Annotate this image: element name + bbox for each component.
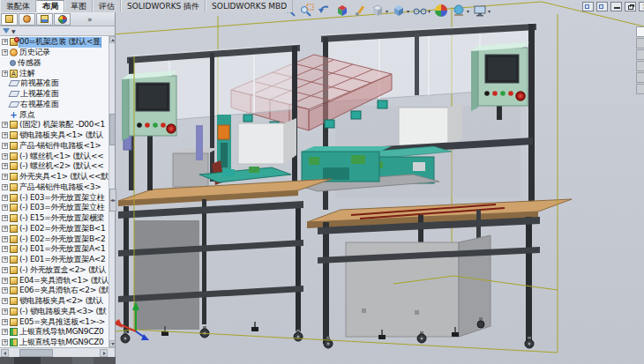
tab-display-manager[interactable]	[54, 13, 71, 26]
task-pane-tab-custom-properties[interactable]	[636, 84, 644, 94]
chevron-down-icon[interactable]: ▾	[467, 8, 469, 14]
edit-appearance-button[interactable]	[432, 2, 450, 19]
dynamic-annotation-views-button[interactable]	[351, 2, 369, 19]
tree-item[interactable]: +(-) 螺丝机<2> (默认<<	[0, 161, 115, 172]
pane-toggle-1-button[interactable]	[582, 2, 594, 11]
tab-overflow-chevron[interactable]: »	[87, 15, 93, 24]
tab-configuration-manager[interactable]	[36, 13, 53, 26]
hide-show-items-button[interactable]: ▾	[411, 2, 432, 19]
display-style-button[interactable]: ▾	[390, 2, 411, 19]
task-pane-tab-view-palette[interactable]	[636, 61, 644, 71]
task-pane-tab-design-library[interactable]	[636, 38, 644, 48]
tree-item[interactable]: +(-) E03=外壳放置架立柱	[0, 192, 115, 203]
task-pane-tab-appearances-scenes[interactable]	[636, 72, 644, 83]
tree-item[interactable]: +E04=夹具滑轨<1> (默认	[0, 275, 115, 286]
expand-toggle[interactable]: +	[2, 153, 8, 160]
ribbon-tab-评估[interactable]: 评估	[93, 0, 121, 12]
tree-item[interactable]: +上银直线导轨MGN9CZ0	[0, 338, 115, 347]
expand-toggle[interactable]: +	[2, 215, 8, 221]
expand-toggle[interactable]: +	[2, 143, 8, 149]
tree-item[interactable]: +(固定) 机架装配 -D00<1	[0, 120, 115, 130]
ribbon-tab-SOLIDWORKS 插件[interactable]: SOLIDWORKS 插件	[121, 0, 206, 12]
tree-item[interactable]: +锁电路板夹具<2> (默认	[0, 296, 115, 307]
tree-item[interactable]: +(-) 外壳放置盒<2> (默认	[0, 265, 115, 276]
tree-item[interactable]: +(-) E03=外壳放置架立柱	[0, 203, 115, 213]
tree-item[interactable]: +注解	[0, 68, 115, 78]
zoom-to-area-button[interactable]	[298, 2, 316, 19]
expand-toggle[interactable]: +	[2, 339, 8, 345]
chevron-down-icon[interactable]: ▾	[488, 8, 490, 14]
tree-item[interactable]: 原点	[0, 109, 115, 120]
tree-item[interactable]: +产品-锡铝件电路板<3>	[0, 182, 115, 193]
scroll-right-arrow[interactable]	[100, 349, 108, 357]
chevron-down-icon[interactable]: ▾	[428, 8, 431, 14]
tree-item[interactable]: +(-) E01=外壳放置架A<1	[0, 244, 115, 255]
ribbon-tab-草图[interactable]: 草图	[64, 0, 93, 12]
scroll-down-arrow[interactable]	[109, 340, 115, 347]
scrollbar-thumb[interactable]	[19, 349, 53, 357]
view-orientation-button[interactable]: ▾	[369, 2, 390, 19]
tree-item[interactable]: +上银直线导轨MGN9CZ0	[0, 327, 115, 338]
tree-item[interactable]: +(-) E02=外壳放置架B<2	[0, 234, 115, 244]
panel-flyout-handle[interactable]: ◂▸	[109, 189, 116, 212]
tree-item[interactable]: +(-) E15=外壳放置架横梁	[0, 213, 115, 224]
expand-toggle[interactable]: +	[2, 163, 8, 169]
expand-toggle[interactable]: +	[2, 246, 8, 252]
expand-toggle[interactable]: +	[2, 329, 8, 335]
tree-item[interactable]: 右视基准面	[0, 100, 115, 110]
tree-item[interactable]: +产品-锡铝件电路板<1>	[0, 141, 115, 152]
tree-filter-bar[interactable]: ▼	[0, 26, 115, 36]
tree-item[interactable]: +E05=夹具推送板<1>->	[0, 316, 115, 327]
expand-toggle[interactable]: +	[2, 122, 8, 128]
tree-item[interactable]: +外壳夹具<1> (默认<<默	[0, 172, 115, 182]
expand-toggle[interactable]: +	[2, 132, 8, 138]
expand-toggle[interactable]: +	[2, 195, 8, 201]
close-button[interactable]: ×	[639, 2, 644, 11]
pane-toggle-2-button[interactable]	[596, 2, 608, 11]
expand-toggle[interactable]: +	[2, 226, 8, 232]
scroll-left-arrow[interactable]	[1, 349, 9, 357]
minimize-button[interactable]	[610, 2, 622, 11]
ribbon-tab-SOLIDWORKS MBD[interactable]: SOLIDWORKS MBD	[206, 0, 293, 12]
tree-item[interactable]: +(-) 螺丝机<1> (默认<<	[0, 151, 115, 161]
tree-item[interactable]: 前视基准面	[0, 78, 115, 89]
chevron-down-icon[interactable]: ▾	[386, 8, 388, 14]
ribbon-tab-装配体[interactable]: 装配体	[0, 0, 36, 12]
previous-view-button[interactable]	[316, 2, 333, 19]
tree-item[interactable]: 上视基准面	[0, 89, 115, 100]
expand-toggle[interactable]: +	[2, 287, 8, 293]
tree-item[interactable]: +(-) 锁电路板夹具<3> (默	[0, 307, 115, 317]
tree-item[interactable]: +(-) E02=外壳放置架B<1	[0, 224, 115, 234]
chevron-down-icon[interactable]: ▾	[407, 8, 409, 14]
expand-toggle[interactable]: +	[2, 298, 8, 304]
expand-toggle[interactable]: +	[2, 267, 8, 273]
expand-toggle[interactable]: +	[2, 49, 8, 56]
expand-toggle[interactable]: +	[2, 174, 8, 180]
tree-item[interactable]: +E06=夹具滑轨右<2> (默	[0, 286, 115, 296]
tree-horizontal-scrollbar[interactable]	[0, 347, 115, 357]
expand-toggle[interactable]: +	[2, 236, 8, 242]
tree-item[interactable]: +(-) E01=外壳放置架A<2	[0, 255, 115, 265]
tree-item[interactable]: +00=机架总装 (默认<显	[0, 37, 115, 48]
task-pane-tab-file-explorer[interactable]	[636, 49, 644, 60]
expand-toggle[interactable]: +	[2, 71, 8, 77]
tree-item[interactable]: 传感器	[0, 58, 115, 69]
expand-toggle[interactable]: +	[2, 319, 8, 325]
expand-toggle[interactable]: +	[2, 256, 8, 263]
view-settings-button[interactable]: ▾	[471, 2, 492, 19]
section-view-button[interactable]	[333, 2, 351, 19]
apply-scene-button[interactable]: ▾	[450, 2, 471, 19]
scrollbar-thumb[interactable]	[109, 114, 115, 145]
ribbon-tab-布局[interactable]: 布局	[36, 0, 64, 12]
expand-toggle[interactable]: +	[2, 278, 8, 284]
task-pane-tab-solidworks-resources[interactable]	[636, 26, 644, 37]
expand-toggle[interactable]: +	[2, 308, 8, 315]
tree-item[interactable]: +历史记录	[0, 48, 115, 58]
expand-toggle[interactable]: +	[2, 204, 8, 211]
expand-toggle[interactable]: +	[2, 184, 8, 190]
restore-button[interactable]	[625, 2, 636, 11]
scroll-up-arrow[interactable]	[109, 36, 115, 43]
tree-item[interactable]: +锁电路板夹具<1> (默认	[0, 130, 115, 141]
tab-property-manager[interactable]	[19, 13, 35, 26]
tab-design-tree[interactable]	[1, 13, 18, 26]
